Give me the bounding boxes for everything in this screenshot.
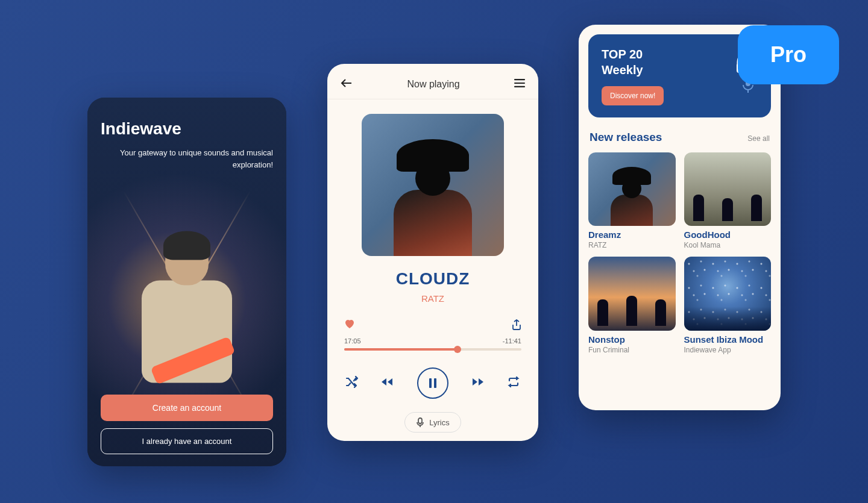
shuffle-icon[interactable] [345,376,359,390]
tile-title: Nonstop [588,334,676,345]
svg-rect-1 [514,83,525,84]
previous-icon[interactable] [382,377,395,389]
next-icon[interactable] [471,377,485,389]
svg-rect-0 [514,79,525,80]
svg-rect-2 [514,86,525,87]
see-all-link[interactable]: See all [747,134,770,143]
player-title: Now playing [407,79,459,90]
signin-button[interactable]: I already have an account [101,428,273,454]
tile-artist: RATZ [588,241,676,249]
tile-artist: Fun Criminal [588,346,676,354]
tile-title: GoodHood [684,230,772,240]
section-title: New releases [590,131,662,144]
share-icon[interactable] [512,319,521,333]
now-playing-screen: Now playing CLOUDZ RATZ 17:05 -11:41 [327,64,538,441]
svg-rect-4 [434,378,436,388]
discover-button[interactable]: Discover now! [602,86,664,105]
app-name: Indiewave [101,119,273,139]
create-account-button[interactable]: Create an account [101,395,273,421]
elapsed-time: 17:05 [344,337,361,345]
svg-rect-3 [429,378,432,388]
tile-image [684,152,772,226]
tile-image [588,257,676,330]
repeat-icon[interactable] [507,376,520,390]
track-artist: RATZ [327,293,538,304]
release-tile-sunset[interactable]: Sunset Ibiza Mood Indiewave App [684,257,772,354]
tile-title: Dreamz [588,230,676,240]
track-title: CLOUDZ [327,269,538,289]
svg-rect-5 [418,418,422,423]
remaining-time: -11:41 [503,337,521,345]
release-tile-dreamz[interactable]: Dreamz RATZ [588,152,676,249]
lyrics-button[interactable]: Lyrics [404,412,461,433]
release-tile-goodhood[interactable]: GoodHood Kool Mama [684,152,772,249]
album-art [362,114,504,256]
progress-bar[interactable] [344,348,521,351]
pro-badge: Pro [738,25,839,84]
onboarding-screen: Indiewave Your gateway to unique sounds … [87,98,286,466]
tile-title: Sunset Ibiza Mood [684,334,772,345]
tile-image [588,152,676,226]
hamburger-icon[interactable] [514,79,525,90]
lyrics-label: Lyrics [429,418,449,427]
mic-icon [416,417,424,427]
release-tile-nonstop[interactable]: Nonstop Fun Criminal [588,257,676,354]
heart-icon[interactable] [344,319,355,333]
tile-image [684,257,772,330]
tile-artist: Indiewave App [684,346,772,354]
tagline: Your gateway to unique sounds and musica… [101,147,273,170]
back-icon[interactable] [341,78,353,90]
pause-button[interactable] [417,367,448,399]
tile-artist: Kool Mama [684,241,772,249]
